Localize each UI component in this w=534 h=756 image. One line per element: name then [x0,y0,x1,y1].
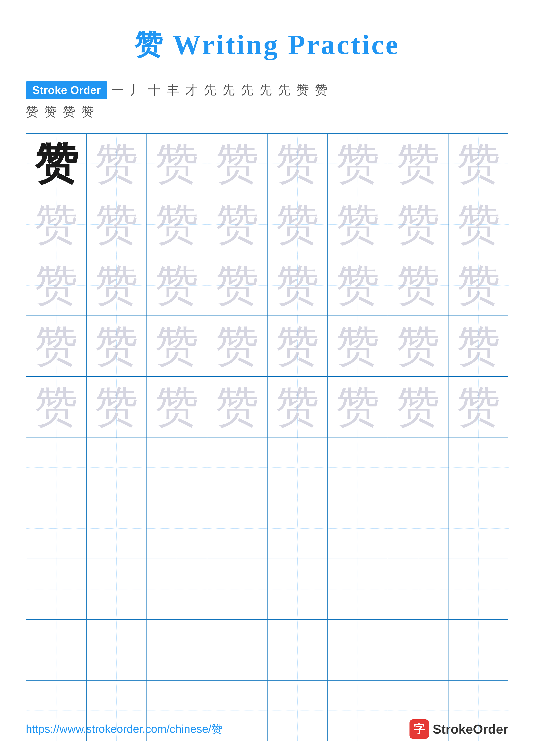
grid-cell-1-2[interactable]: 赞 [87,134,147,194]
grid-cell-6-8[interactable] [448,438,509,498]
stroke-sequence: ⼀ 丿 十 丰 才 先 先 先 先 先 赞 赞 [111,82,327,98]
stroke-r2-2: 赞 [44,103,57,120]
grid-cell-4-1[interactable]: 赞 [26,316,87,376]
grid-cell-8-2[interactable] [87,559,147,619]
grid-cell-2-2[interactable]: 赞 [87,194,147,255]
grid-cell-7-5[interactable] [267,498,328,558]
grid-cell-5-4[interactable]: 赞 [207,377,267,437]
grid-cell-9-4[interactable] [207,620,267,680]
grid-cell-8-7[interactable] [388,559,448,619]
grid-cell-1-7[interactable]: 赞 [388,134,448,194]
stroke-2: 丿 [130,82,142,98]
grid-cell-7-4[interactable] [207,498,267,558]
grid-cell-4-5[interactable]: 赞 [267,316,328,376]
title-area: 赞 Writing Practice [0,0,534,64]
grid-cell-1-8[interactable]: 赞 [448,134,509,194]
grid-cell-3-4[interactable]: 赞 [207,255,267,315]
grid-cell-4-2[interactable]: 赞 [87,316,147,376]
grid-cell-6-5[interactable] [267,438,328,498]
grid-row-1: 赞 赞 赞 赞 赞 赞 赞 赞 [26,134,508,194]
grid-cell-5-6[interactable]: 赞 [328,377,388,437]
stroke-11: 赞 [296,82,309,98]
grid-cell-2-7[interactable]: 赞 [388,194,448,255]
grid-cell-9-3[interactable] [147,620,207,680]
grid-cell-5-2[interactable]: 赞 [87,377,147,437]
footer: https://www.strokeorder.com/chinese/赞 字 … [0,719,534,739]
grid-row-2: 赞 赞 赞 赞 赞 赞 赞 赞 [26,194,508,255]
grid-cell-3-7[interactable]: 赞 [388,255,448,315]
grid-cell-1-5[interactable]: 赞 [267,134,328,194]
grid-cell-2-1[interactable]: 赞 [26,194,87,255]
footer-logo: 字 StrokeOrder [410,719,508,739]
grid-cell-2-3[interactable]: 赞 [147,194,207,255]
grid-cell-8-1[interactable] [26,559,87,619]
grid-cell-2-8[interactable]: 赞 [448,194,509,255]
grid-cell-6-2[interactable] [87,438,147,498]
grid-cell-8-4[interactable] [207,559,267,619]
grid-cell-8-5[interactable] [267,559,328,619]
footer-url[interactable]: https://www.strokeorder.com/chinese/赞 [26,721,222,737]
grid-row-5: 赞 赞 赞 赞 赞 赞 赞 赞 [26,377,508,438]
grid-cell-4-3[interactable]: 赞 [147,316,207,376]
grid-cell-3-8[interactable]: 赞 [448,255,509,315]
grid-cell-5-3[interactable]: 赞 [147,377,207,437]
logo-icon: 字 [410,719,429,739]
grid-cell-6-7[interactable] [388,438,448,498]
char-display: 赞 [35,142,78,185]
stroke-order-badge: Stroke Order [26,81,107,99]
grid-cell-7-6[interactable] [328,498,388,558]
grid-cell-4-8[interactable]: 赞 [448,316,509,376]
grid-cell-1-6[interactable]: 赞 [328,134,388,194]
grid-cell-7-8[interactable] [448,498,509,558]
grid-cell-9-2[interactable] [87,620,147,680]
grid-cell-9-1[interactable] [26,620,87,680]
grid-cell-5-8[interactable]: 赞 [448,377,509,437]
stroke-r2-4: 赞 [81,103,94,120]
grid-cell-3-1[interactable]: 赞 [26,255,87,315]
grid-cell-4-4[interactable]: 赞 [207,316,267,376]
grid-cell-6-4[interactable] [207,438,267,498]
grid-cell-6-3[interactable] [147,438,207,498]
grid-row-6 [26,438,508,498]
stroke-6: 先 [204,82,216,98]
grid-cell-2-5[interactable]: 赞 [267,194,328,255]
grid-cell-6-6[interactable] [328,438,388,498]
grid-cell-6-1[interactable] [26,438,87,498]
grid-cell-9-6[interactable] [328,620,388,680]
grid-cell-9-5[interactable] [267,620,328,680]
stroke-1: ⼀ [111,82,124,98]
writing-grid: 赞 赞 赞 赞 赞 赞 赞 赞 赞 赞 赞 [26,133,508,741]
stroke-10: 先 [278,82,291,98]
grid-cell-5-5[interactable]: 赞 [267,377,328,437]
grid-cell-1-4[interactable]: 赞 [207,134,267,194]
grid-cell-9-8[interactable] [448,620,509,680]
grid-cell-2-4[interactable]: 赞 [207,194,267,255]
grid-cell-1-3[interactable]: 赞 [147,134,207,194]
grid-cell-7-7[interactable] [388,498,448,558]
stroke-3: 十 [148,82,161,98]
grid-cell-1-1[interactable]: 赞 [26,134,87,194]
grid-cell-7-2[interactable] [87,498,147,558]
grid-row-3: 赞 赞 赞 赞 赞 赞 赞 赞 [26,255,508,316]
grid-row-7 [26,498,508,559]
page-title: 赞 Writing Practice [135,29,400,60]
grid-cell-3-5[interactable]: 赞 [267,255,328,315]
stroke-7: 先 [222,82,235,98]
grid-cell-5-7[interactable]: 赞 [388,377,448,437]
grid-cell-8-3[interactable] [147,559,207,619]
stroke-8: 先 [241,82,253,98]
grid-cell-4-7[interactable]: 赞 [388,316,448,376]
stroke-order-section: Stroke Order ⼀ 丿 十 丰 才 先 先 先 先 先 赞 赞 [0,81,534,99]
grid-cell-3-3[interactable]: 赞 [147,255,207,315]
stroke-12: 赞 [315,82,327,98]
grid-cell-7-1[interactable] [26,498,87,558]
grid-cell-5-1[interactable]: 赞 [26,377,87,437]
grid-cell-8-6[interactable] [328,559,388,619]
grid-cell-9-7[interactable] [388,620,448,680]
grid-cell-3-6[interactable]: 赞 [328,255,388,315]
grid-cell-8-8[interactable] [448,559,509,619]
grid-cell-3-2[interactable]: 赞 [87,255,147,315]
grid-cell-2-6[interactable]: 赞 [328,194,388,255]
grid-cell-4-6[interactable]: 赞 [328,316,388,376]
grid-cell-7-3[interactable] [147,498,207,558]
